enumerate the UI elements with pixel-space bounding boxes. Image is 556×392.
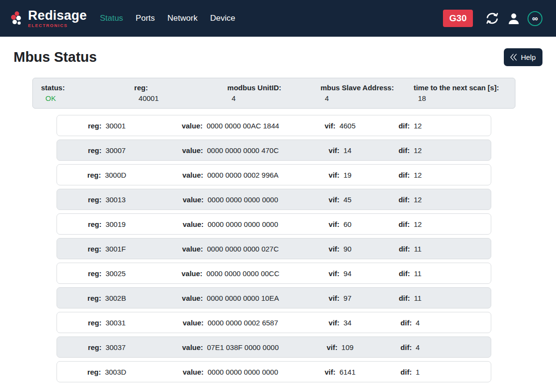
vif-cell: vif: 14 [304, 146, 376, 154]
dif-value: 1 [416, 368, 420, 376]
reg-label: reg: [88, 343, 101, 351]
vif-label: vif: [328, 146, 340, 154]
reg-cell: reg: 3000D [57, 171, 157, 179]
reg-value: 30013 [105, 196, 126, 204]
dif-label: dif: [399, 171, 410, 179]
value-cell: value: 0000 0000 00AC 1844 [157, 122, 304, 130]
summary-field: time to the next scan [s]: 18 [413, 84, 507, 102]
dif-cell: dif: 11 [376, 269, 444, 278]
dif-value: 11 [414, 245, 422, 253]
nav-item[interactable]: Ports [129, 10, 161, 27]
reg-label: reg: [87, 368, 101, 376]
refresh-icon[interactable] [485, 11, 500, 26]
value-value: 0000 0000 0000 00CC [206, 269, 279, 278]
reg-label: reg: [87, 171, 101, 179]
vif-cell: vif: 97 [304, 294, 376, 302]
reg-cell: reg: 30007 [57, 146, 157, 154]
main-nav: Status Ports Network Device [94, 10, 242, 27]
summary-field-value: 18 [413, 94, 507, 102]
value-label: value: [182, 171, 203, 179]
vif-label: vif: [327, 343, 338, 351]
reg-label: reg: [87, 245, 101, 253]
dif-value: 12 [413, 122, 422, 130]
value-value: 0000 0000 0000 0000 [208, 196, 278, 204]
vif-value: 94 [343, 269, 352, 278]
reg-value: 30019 [105, 220, 126, 228]
dif-cell: dif: 12 [376, 196, 444, 204]
vif-label: vif: [328, 245, 340, 253]
value-value: 0000 0000 00AC 1844 [207, 122, 279, 130]
reg-value: 30007 [105, 146, 126, 154]
reg-label: reg: [88, 196, 101, 204]
vif-label: vif: [325, 368, 336, 376]
brand-dots-icon [10, 10, 24, 27]
dif-value: 11 [414, 269, 422, 278]
help-button-label: Help [521, 53, 536, 61]
reg-cell: reg: 30019 [57, 220, 157, 228]
value-cell: value: 0000 0000 0000 10EA [157, 294, 304, 302]
value-label: value: [182, 343, 203, 351]
value-label: value: [182, 245, 203, 253]
help-button[interactable]: Help [504, 48, 542, 66]
dif-cell: dif: 4 [376, 343, 444, 351]
register-row: reg: 3000D value: 0000 0000 0002 996A vi… [57, 164, 491, 185]
user-icon[interactable] [507, 12, 521, 26]
reg-value: 30037 [105, 343, 126, 351]
summary-field: mbus Slave Address: 4 [320, 84, 413, 102]
vif-value: 14 [343, 146, 352, 154]
value-label: value: [183, 220, 203, 228]
value-label: value: [183, 368, 203, 376]
vif-cell: vif: 45 [304, 196, 376, 204]
dif-value: 12 [413, 171, 422, 179]
reg-value: 30001 [105, 122, 126, 130]
vif-value: 90 [343, 245, 352, 253]
brand-logo[interactable]: Redisage ELECTRONICS [10, 9, 87, 28]
dif-value: 12 [413, 220, 422, 228]
value-label: value: [182, 146, 203, 154]
value-cell: value: 0000 0000 0000 0000 [157, 220, 304, 228]
reg-cell: reg: 30037 [57, 343, 157, 351]
value-label: value: [182, 269, 202, 278]
vif-cell: vif: 60 [304, 220, 376, 228]
top-navbar: Redisage ELECTRONICS Status Ports Networ… [0, 0, 556, 37]
reg-value: 30031 [105, 319, 126, 327]
reg-label: reg: [88, 220, 101, 228]
vif-value: 4605 [340, 122, 356, 130]
dif-cell: dif: 11 [376, 294, 444, 302]
header-actions: G30 ∞ [443, 10, 542, 27]
vif-value: 109 [342, 343, 354, 351]
device-model-badge[interactable]: G30 [443, 10, 473, 27]
register-row: reg: 30025 value: 0000 0000 0000 00CC vi… [57, 263, 491, 284]
value-value: 0000 0000 0002 6587 [208, 319, 278, 327]
value-cell: value: 0000 0000 0000 00CC [157, 269, 304, 278]
summary-field-value: 4 [320, 94, 413, 102]
register-row: reg: 30031 value: 0000 0000 0002 6587 vi… [57, 312, 491, 333]
value-value: 0000 0000 0000 027C [207, 245, 279, 253]
value-cell: value: 0000 0000 0000 470C [157, 146, 304, 154]
register-row: reg: 30013 value: 0000 0000 0000 0000 vi… [57, 189, 491, 210]
dif-cell: dif: 12 [376, 171, 444, 179]
nav-item[interactable]: Network [161, 10, 204, 27]
dif-label: dif: [399, 245, 410, 253]
value-value: 0000 0000 0000 10EA [207, 294, 279, 302]
dif-cell: dif: 11 [376, 245, 444, 253]
summary-field-label: mbus Slave Address: [320, 84, 413, 92]
nav-item[interactable]: Device [204, 10, 242, 27]
summary-field-value: 40001 [134, 94, 228, 102]
value-value: 0000 0000 0002 996A [207, 171, 279, 179]
register-list: reg: 30001 value: 0000 0000 00AC 1844 vi… [57, 115, 491, 382]
dif-cell: dif: 4 [376, 319, 444, 327]
register-row: reg: 30019 value: 0000 0000 0000 0000 vi… [57, 213, 491, 235]
dif-label: dif: [399, 146, 410, 154]
vif-label: vif: [328, 220, 340, 228]
register-row: reg: 3003D value: 0000 0000 0000 0000 vi… [57, 361, 491, 382]
dif-cell: dif: 12 [376, 220, 444, 228]
dif-value: 4 [416, 343, 420, 351]
nav-item[interactable]: Status [94, 10, 129, 27]
dif-label: dif: [400, 319, 412, 327]
value-label: value: [182, 122, 202, 130]
reg-value: 3003D [105, 368, 126, 376]
vif-label: vif: [328, 171, 340, 179]
infinity-link-icon[interactable]: ∞ [527, 11, 542, 26]
dif-value: 4 [416, 319, 420, 327]
